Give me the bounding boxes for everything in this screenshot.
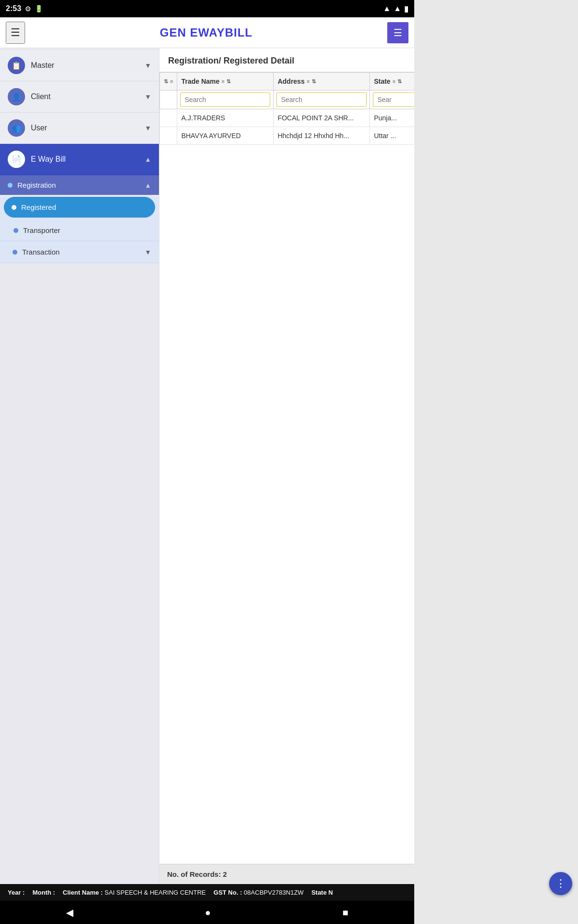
sidebar: 📋 Master ▼ 👤 Client ▼ 👥 User ▼ 📄 [0, 48, 159, 884]
android-nav-bar: ◀ ● ■ [0, 901, 414, 924]
registered-label: Registered [21, 203, 56, 211]
client-name-section: Client Name : SAI SPEECH & HEARING CENTR… [63, 889, 206, 896]
sidebar-item-user[interactable]: 👥 User ▼ [0, 113, 159, 144]
state-label: State [374, 77, 390, 85]
sidebar-user-label: User [31, 124, 47, 132]
content-title: Registration/ Registered Detail [168, 56, 294, 65]
registration-dot [8, 183, 13, 188]
top-menu-button[interactable]: ☰ [387, 22, 408, 43]
search-cell-checkbox [160, 90, 177, 109]
user-icon: 👥 [8, 119, 25, 137]
transporter-dot [13, 228, 18, 233]
search-row [160, 90, 415, 109]
transaction-chevron: ▼ [144, 248, 151, 256]
sidebar-item-ewaybill[interactable]: 📄 E Way Bill ▲ [0, 144, 159, 175]
table-row[interactable]: A.J.TRADERS FOCAL POINT 2A SHR... Punja.… [160, 109, 415, 127]
ewaybill-icon: 📄 [8, 151, 25, 168]
registered-table: ⇅ ≡ Trade Name ≡ ⇅ [159, 72, 414, 145]
address-label: Address [277, 77, 304, 85]
sort-icon-checkbox: ⇅ [164, 78, 168, 85]
sort-icon-state: ⇅ [397, 78, 402, 85]
home-button[interactable]: ● [193, 903, 222, 922]
registration-label: Registration [17, 181, 56, 189]
table-wrapper: ⇅ ≡ Trade Name ≡ ⇅ [159, 72, 414, 864]
app-title: GEN EWAYBILL [160, 26, 252, 39]
sidebar-item-transaction[interactable]: Transaction ▼ [0, 241, 159, 263]
top-header: ☰ GEN EWAYBILL ☰ [0, 17, 414, 48]
sort-icon-address: ⇅ [312, 78, 316, 85]
sidebar-ewaybill-label: E Way Bill [31, 155, 66, 164]
col-header-checkbox: ⇅ ≡ [160, 73, 177, 90]
table-header-row: ⇅ ≡ Trade Name ≡ ⇅ [160, 73, 415, 90]
record-count-bar: No. of Records: 2 [159, 864, 414, 884]
transaction-label: Transaction [22, 248, 60, 256]
status-bar: 2:53 ⊙ 🔋 ▲ ▲ ▮ [0, 0, 414, 17]
col-header-address[interactable]: Address ≡ ⇅ [274, 73, 370, 90]
registered-dot [12, 205, 16, 210]
content-area: Registration/ Registered Detail ⇅ ≡ [159, 48, 414, 884]
hamburger-button[interactable]: ☰ [6, 22, 25, 44]
bottom-status-bar: Year : Month : Client Name : SAI SPEECH … [0, 884, 414, 901]
registration-sub-items: Registered Transporter Transaction ▼ [0, 197, 159, 263]
search-input-trade[interactable] [180, 92, 270, 107]
cell-trade-1: BHAVYA AYURVED [177, 127, 274, 145]
search-cell-trade [177, 90, 274, 109]
col-header-state[interactable]: State ≡ ⇅ [370, 73, 414, 90]
cell-state-1: Uttar ... [370, 127, 414, 145]
master-chevron: ▼ [144, 62, 151, 69]
sidebar-item-transporter[interactable]: Transporter [0, 220, 159, 241]
cell-state-0: Punja... [370, 109, 414, 127]
table-row[interactable]: BHAVYA AYURVED Hhchdjd 12 Hhxhd Hh... Ut… [160, 127, 415, 145]
main-layout: 📋 Master ▼ 👤 Client ▼ 👥 User ▼ 📄 [0, 48, 414, 884]
user-chevron: ▼ [144, 124, 151, 132]
transporter-label: Transporter [23, 226, 60, 234]
trade-name-label: Trade Name [181, 77, 219, 85]
sidebar-item-client[interactable]: 👤 Client ▼ [0, 81, 159, 113]
sidebar-item-registered[interactable]: Registered [4, 197, 155, 218]
filter-icon-state: ≡ [393, 78, 395, 84]
sort-icon-trade: ⇅ [226, 78, 231, 85]
master-icon: 📋 [8, 57, 25, 74]
col-header-trade-name[interactable]: Trade Name ≡ ⇅ [177, 73, 274, 90]
recent-button[interactable]: ■ [331, 903, 360, 922]
sidebar-master-label: Master [31, 61, 54, 70]
cell-trade-0: A.J.TRADERS [177, 109, 274, 127]
status-time: 2:53 [6, 4, 21, 13]
cell-checkbox-1 [160, 127, 177, 145]
year-label: Year : [8, 889, 25, 896]
battery-small-icon: 🔋 [35, 5, 43, 13]
filter-icon-trade: ≡ [222, 78, 224, 84]
registration-chevron: ▲ [144, 181, 151, 189]
client-chevron: ▼ [144, 93, 151, 101]
gst-no-section: GST No. : 08ACBPV2783N1ZW [213, 889, 303, 896]
sidebar-item-master[interactable]: 📋 Master ▼ [0, 50, 159, 81]
sort-filter-checkbox: ≡ [170, 78, 173, 84]
content-header: Registration/ Registered Detail [159, 48, 414, 72]
month-label: Month : [32, 889, 55, 896]
wifi-icon: ▲ [383, 4, 391, 13]
transaction-dot [13, 250, 17, 255]
signal-icon: ▲ [394, 4, 401, 13]
ewaybill-chevron: ▲ [144, 155, 151, 163]
search-input-address[interactable] [276, 92, 367, 107]
cell-checkbox-0 [160, 109, 177, 127]
cell-address-1: Hhchdjd 12 Hhxhd Hh... [274, 127, 370, 145]
search-cell-state [370, 90, 414, 109]
filter-icon-address: ≡ [306, 78, 309, 84]
search-input-state[interactable] [373, 92, 414, 107]
back-button[interactable]: ◀ [54, 903, 85, 922]
battery-icon: ▮ [404, 4, 408, 13]
client-icon: 👤 [8, 88, 25, 105]
sidebar-client-label: Client [31, 92, 51, 101]
prank-icon: ⊙ [25, 5, 31, 13]
state-section: State N [311, 889, 333, 896]
record-count: No. of Records: 2 [167, 870, 227, 878]
cell-address-0: FOCAL POINT 2A SHR... [274, 109, 370, 127]
sidebar-registration-section[interactable]: Registration ▲ [0, 175, 159, 195]
table-body: A.J.TRADERS FOCAL POINT 2A SHR... Punja.… [160, 109, 415, 145]
search-cell-address [274, 90, 370, 109]
